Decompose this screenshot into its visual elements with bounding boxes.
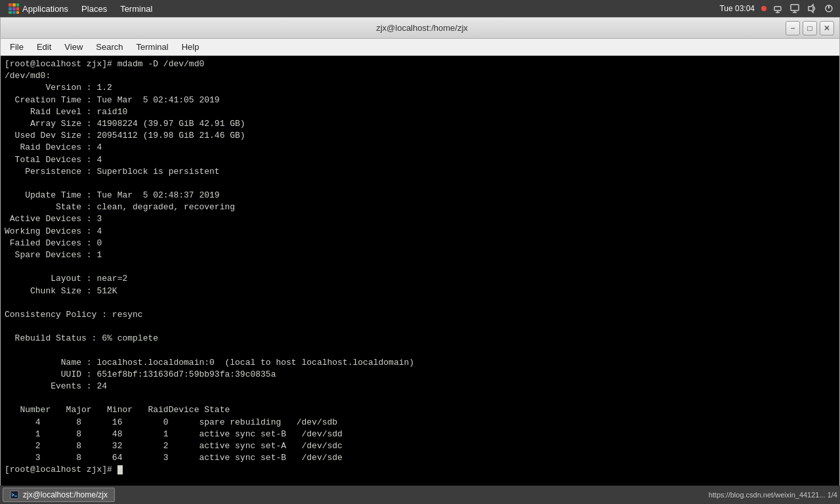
- monitor-icon: [789, 3, 800, 14]
- svg-rect-3: [9, 7, 12, 10]
- svg-rect-4: [12, 7, 16, 10]
- menu-view[interactable]: View: [58, 40, 89, 54]
- network-icon: [772, 3, 783, 14]
- taskbar: zjx@localhost:/home/zjx https://blog.csd…: [0, 486, 840, 504]
- title-bar: zjx@localhost:/home/zjx − □ ✕: [1, 18, 839, 39]
- window-title: zjx@localhost:/home/zjx: [58, 23, 786, 33]
- distro-logo-icon: [8, 3, 20, 14]
- menu-file[interactable]: File: [3, 40, 30, 54]
- minimize-button[interactable]: −: [786, 21, 800, 35]
- power-button-icon: [824, 3, 834, 14]
- taskbar-left: zjx@localhost:/home/zjx: [3, 488, 115, 502]
- taskbar-terminal-item[interactable]: zjx@localhost:/home/zjx: [3, 488, 115, 502]
- speaker-icon: [807, 3, 817, 14]
- power-icon[interactable]: [823, 3, 835, 14]
- terminal-cursor: [117, 465, 123, 474]
- places-menu[interactable]: Places: [76, 3, 112, 15]
- close-button[interactable]: ✕: [820, 21, 834, 35]
- terminal-output[interactable]: [root@localhost zjx]# mdadm -D /dev/md0 …: [1, 56, 839, 503]
- svg-rect-6: [9, 11, 12, 14]
- terminal-menu[interactable]: Terminal: [115, 3, 158, 15]
- maximize-button[interactable]: □: [803, 21, 817, 35]
- system-bar-right: Tue 03:04: [719, 3, 835, 14]
- applications-label: Applications: [22, 4, 68, 14]
- window-controls: − □ ✕: [786, 21, 834, 35]
- applications-menu[interactable]: Applications: [5, 1, 74, 16]
- svg-rect-1: [12, 3, 16, 7]
- system-bar: Applications Places Terminal Tue 03:04: [0, 0, 840, 17]
- menu-help[interactable]: Help: [175, 40, 206, 54]
- terminal-taskbar-icon: [10, 490, 19, 499]
- svg-rect-0: [9, 3, 12, 7]
- svg-rect-12: [791, 5, 799, 10]
- terminal-window: zjx@localhost:/home/zjx − □ ✕ File Edit …: [0, 17, 840, 504]
- network-manager-icon[interactable]: [772, 3, 784, 14]
- menu-terminal[interactable]: Terminal: [130, 40, 175, 54]
- svg-marker-15: [808, 5, 813, 12]
- svg-rect-9: [774, 7, 781, 10]
- system-bar-left: Applications Places Terminal: [5, 1, 158, 16]
- taskbar-item-label: zjx@localhost:/home/zjx: [23, 490, 108, 499]
- display-icon[interactable]: [789, 3, 801, 14]
- svg-rect-5: [16, 7, 19, 10]
- taskbar-right: https://blog.csdn.net/weixin_44121... 1/…: [709, 491, 837, 499]
- datetime-label: Tue 03:04: [719, 4, 755, 13]
- menu-edit[interactable]: Edit: [30, 40, 58, 54]
- menu-search[interactable]: Search: [89, 40, 129, 54]
- menu-bar: File Edit View Search Terminal Help: [1, 39, 839, 56]
- notification-dot: [761, 6, 766, 11]
- svg-rect-7: [12, 11, 16, 14]
- svg-rect-8: [16, 11, 19, 14]
- svg-rect-2: [16, 3, 19, 7]
- volume-icon[interactable]: [806, 3, 818, 14]
